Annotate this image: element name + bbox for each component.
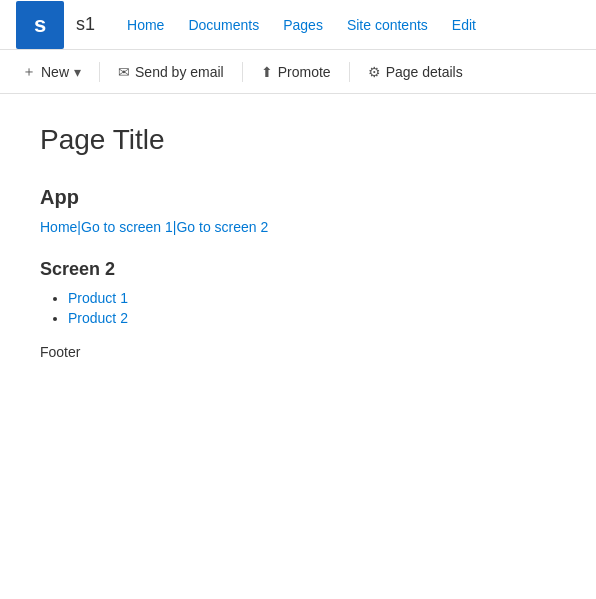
promote-icon: ⬆ [261, 64, 273, 80]
product-1-link[interactable]: Product 1 [68, 290, 128, 306]
product-list: Product 1 Product 2 [40, 290, 556, 326]
nav-pages[interactable]: Pages [271, 0, 335, 50]
top-bar: s s1 Home Documents Pages Site contents … [0, 0, 596, 50]
promote-label: Promote [278, 64, 331, 80]
breadcrumb-screen2-link[interactable]: |Go to screen 2 [173, 219, 268, 235]
breadcrumb-home[interactable]: Home [40, 219, 77, 235]
product-2-link[interactable]: Product 2 [68, 310, 128, 326]
send-email-button[interactable]: ✉ Send by email [108, 58, 234, 86]
nav-edit[interactable]: Edit [440, 0, 488, 50]
page-details-button[interactable]: ⚙ Page details [358, 58, 473, 86]
app-heading: App [40, 186, 556, 209]
plus-icon: ＋ [22, 63, 36, 81]
send-email-label: Send by email [135, 64, 224, 80]
page-details-label: Page details [386, 64, 463, 80]
site-name: s1 [76, 14, 95, 35]
mail-icon: ✉ [118, 64, 130, 80]
main-content: Page Title App Home |Go to screen 1 |Go … [0, 94, 596, 390]
separator-1 [99, 62, 100, 82]
site-logo: s [16, 1, 64, 49]
list-item: Product 1 [68, 290, 556, 306]
nav-documents[interactable]: Documents [176, 0, 271, 50]
page-title: Page Title [40, 124, 556, 156]
nav-site-contents[interactable]: Site contents [335, 0, 440, 50]
new-button[interactable]: ＋ New ▾ [12, 57, 91, 87]
screen2-heading: Screen 2 [40, 259, 556, 280]
separator-2 [242, 62, 243, 82]
breadcrumb-screen1[interactable]: |Go to screen 1 [77, 219, 172, 235]
promote-button[interactable]: ⬆ Promote [251, 58, 341, 86]
footer-text: Footer [40, 344, 556, 360]
command-bar: ＋ New ▾ ✉ Send by email ⬆ Promote ⚙ Page… [0, 50, 596, 94]
top-nav: Home Documents Pages Site contents Edit [115, 0, 488, 50]
breadcrumb-nav: Home |Go to screen 1 |Go to screen 2 [40, 219, 556, 235]
separator-3 [349, 62, 350, 82]
list-item: Product 2 [68, 310, 556, 326]
gear-icon: ⚙ [368, 64, 381, 80]
site-logo-letter: s [34, 12, 46, 38]
nav-home[interactable]: Home [115, 0, 176, 50]
new-label: New [41, 64, 69, 80]
chevron-down-icon: ▾ [74, 64, 81, 80]
